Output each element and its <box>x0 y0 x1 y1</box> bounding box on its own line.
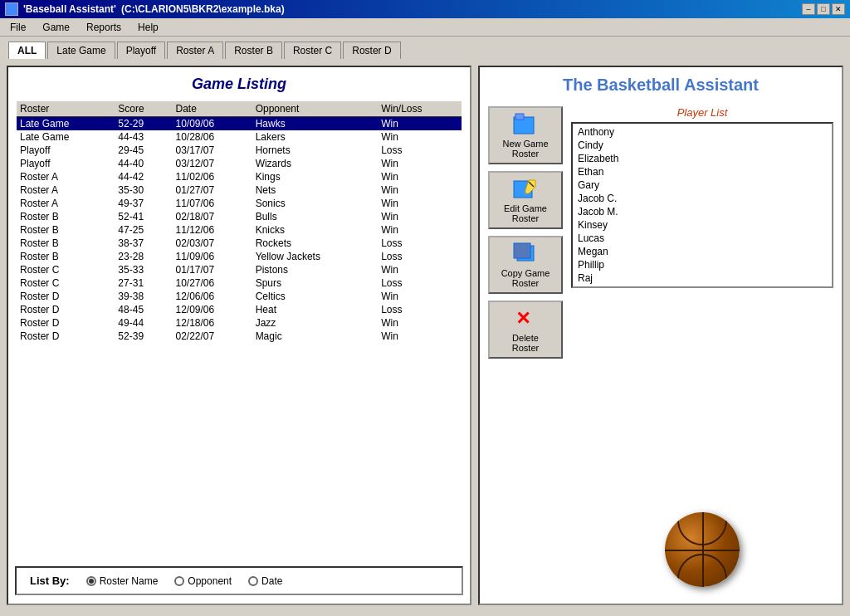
menu-help[interactable]: Help <box>131 20 165 35</box>
radio-roster-name-indicator <box>86 576 96 586</box>
player-item[interactable]: Anthony <box>574 125 830 139</box>
edit-game-roster-button[interactable]: Edit GameRoster <box>488 171 563 229</box>
col-score: Score <box>115 101 172 117</box>
table-row[interactable]: Roster D48-4512/09/06HeatLoss <box>17 303 462 316</box>
new-game-roster-icon <box>512 112 539 135</box>
table-row[interactable]: Playoff44-4003/12/07WizardsWin <box>17 157 462 170</box>
col-date: Date <box>173 101 252 117</box>
table-row[interactable]: Roster D52-3902/22/07MagicWin <box>17 330 462 343</box>
table-row[interactable]: Roster B47-2511/12/06KnicksWin <box>17 223 462 237</box>
table-row[interactable]: Roster B23-2811/09/06Yellow JacketsLoss <box>17 250 462 263</box>
menu-reports[interactable]: Reports <box>80 20 128 35</box>
tab-roster-a[interactable]: Roster A <box>167 42 223 59</box>
table-row[interactable]: Late Game44-4310/28/06LakersWin <box>17 130 462 144</box>
svg-rect-6 <box>514 243 530 258</box>
table-row[interactable]: Roster C27-3110/27/06SpursLoss <box>17 276 462 290</box>
radio-opponent[interactable]: Opponent <box>174 575 232 587</box>
menu-game[interactable]: Game <box>36 20 76 35</box>
game-table: Roster Score Date Opponent Win/Loss Late… <box>17 101 462 343</box>
tab-roster-b[interactable]: Roster B <box>225 42 282 59</box>
col-winloss: Win/Loss <box>378 101 462 117</box>
edit-game-roster-label: Edit GameRoster <box>504 203 547 223</box>
list-by-bar: List By: Roster Name Opponent Date <box>15 566 463 595</box>
title-bar: 'Baseball Assistant' (C:\CLARION5\BKR2\e… <box>0 0 850 18</box>
player-list-box[interactable]: AnthonyCindyElizabethEthanGaryJacob C.Ja… <box>571 122 833 288</box>
radio-roster-name[interactable]: Roster Name <box>86 575 159 587</box>
table-row[interactable]: Late Game52-2910/09/06HawksWin <box>17 117 462 131</box>
radio-opponent-label: Opponent <box>188 575 232 587</box>
tab-roster-d[interactable]: Roster D <box>343 42 400 59</box>
tab-all[interactable]: ALL <box>8 42 46 59</box>
player-item[interactable]: Megan <box>574 245 830 258</box>
right-panel-title: The Basketball Assistant <box>488 76 833 95</box>
table-row[interactable]: Roster D39-3812/06/06CelticsWin <box>17 290 462 303</box>
table-row[interactable]: Roster A44-4211/02/06KingsWin <box>17 170 462 183</box>
player-item[interactable]: Gary <box>574 178 830 192</box>
delete-roster-button[interactable]: ✕ DeleteRoster <box>488 301 563 359</box>
app-name: 'Baseball Assistant' <box>23 3 116 15</box>
tab-roster-c[interactable]: Roster C <box>284 42 341 59</box>
main-content: Game Listing Roster Score Date Opponent … <box>0 59 850 612</box>
new-game-roster-label: New GameRoster <box>502 139 548 159</box>
close-button[interactable]: ✕ <box>832 3 845 15</box>
player-item[interactable]: Cindy <box>574 139 830 152</box>
svg-text:✕: ✕ <box>515 308 530 329</box>
delete-roster-icon: ✕ <box>512 306 539 330</box>
copy-game-roster-button[interactable]: Copy GameRoster <box>488 236 563 294</box>
left-panel: Game Listing Roster Score Date Opponent … <box>7 66 471 605</box>
table-row[interactable]: Roster D49-4412/18/06JazzWin <box>17 316 462 330</box>
col-roster: Roster <box>17 101 115 117</box>
table-row[interactable]: Playoff29-4503/17/07HornetsLoss <box>17 144 462 157</box>
menu-bar: File Game Reports Help <box>0 18 850 37</box>
delete-roster-label: DeleteRoster <box>512 333 539 353</box>
list-by-label: List By: <box>30 574 70 587</box>
copy-game-roster-label: Copy GameRoster <box>501 268 550 288</box>
tab-playoff[interactable]: Playoff <box>117 42 165 59</box>
file-path: (C:\CLARION5\BKR2\example.bka) <box>121 3 285 15</box>
player-item[interactable]: Raj <box>574 271 830 285</box>
game-listing-title: Game Listing <box>17 76 462 93</box>
right-panel: The Basketball Assistant New GameRoster <box>478 66 843 605</box>
player-list-title: Player List <box>571 106 833 119</box>
tab-late-game[interactable]: Late Game <box>47 42 115 59</box>
player-item[interactable]: Elizabeth <box>574 152 830 165</box>
app-icon <box>5 2 18 16</box>
player-item[interactable]: Phillip <box>574 258 830 271</box>
player-list-column: Player List AnthonyCindyElizabethEthanGa… <box>571 106 833 595</box>
window-controls: – □ ✕ <box>802 3 845 15</box>
copy-game-roster-icon <box>512 242 539 265</box>
actions-column: New GameRoster Edit GameRoster <box>488 106 563 595</box>
table-row[interactable]: Roster A49-3711/07/06SonicsWin <box>17 197 462 210</box>
tab-bar: ALL Late Game Playoff Roster A Roster B … <box>0 37 850 59</box>
col-opponent: Opponent <box>252 101 379 117</box>
edit-game-roster-icon <box>512 177 539 200</box>
player-item[interactable]: Jacob M. <box>574 205 830 218</box>
radio-date[interactable]: Date <box>248 575 282 587</box>
radio-date-indicator <box>248 576 258 586</box>
minimize-button[interactable]: – <box>802 3 815 15</box>
radio-roster-name-label: Roster Name <box>100 575 159 587</box>
player-item[interactable]: Lucas <box>574 232 830 245</box>
radio-date-label: Date <box>261 575 282 587</box>
menu-file[interactable]: File <box>3 20 32 35</box>
new-game-roster-button[interactable]: New GameRoster <box>488 106 563 164</box>
maximize-button[interactable]: □ <box>817 3 830 15</box>
radio-opponent-indicator <box>174 576 184 586</box>
right-inner: New GameRoster Edit GameRoster <box>488 106 833 595</box>
basketball-container <box>571 288 833 595</box>
player-item[interactable]: Ethan <box>574 165 830 178</box>
table-row[interactable]: Roster A35-3001/27/07NetsWin <box>17 183 462 197</box>
table-row[interactable]: Roster B52-4102/18/07BullsWin <box>17 210 462 223</box>
table-row[interactable]: Roster C35-3301/17/07PistonsWin <box>17 263 462 276</box>
player-item[interactable]: Kinsey <box>574 218 830 232</box>
svg-rect-1 <box>515 114 524 120</box>
table-row[interactable]: Roster B38-3702/03/07RocketsLoss <box>17 237 462 250</box>
basketball-graphic <box>665 512 740 587</box>
player-item[interactable]: Jacob C. <box>574 192 830 205</box>
